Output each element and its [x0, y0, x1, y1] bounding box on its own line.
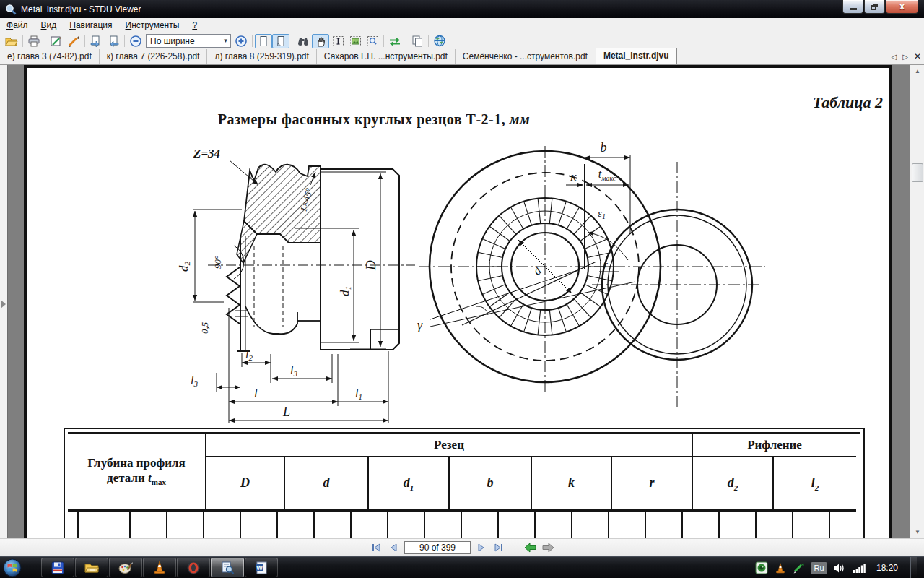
next-page-button[interactable]: [475, 541, 488, 554]
tray-vlc-icon[interactable]: [775, 562, 786, 574]
network-signal-icon[interactable]: [853, 563, 866, 573]
menu-bar: Файл Вид Навигация Инструменты ?: [0, 18, 924, 33]
back-arrow-icon: [524, 543, 537, 553]
tab-scroll-right-icon[interactable]: ▷: [902, 53, 908, 61]
menu-navigation[interactable]: Навигация: [63, 19, 118, 32]
label-d2: d2: [177, 262, 191, 272]
page-number-input[interactable]: [404, 541, 471, 554]
table-col-d: d: [285, 457, 369, 512]
table-col-k: k: [532, 457, 612, 512]
menu-help[interactable]: ?: [186, 19, 204, 32]
restore-button[interactable]: [864, 0, 885, 14]
previous-page-button[interactable]: [387, 541, 400, 554]
minimize-button[interactable]: [842, 0, 863, 14]
label-d: d: [530, 264, 544, 278]
chevron-down-icon[interactable]: ▼: [221, 38, 230, 44]
label-epsilon1: ε1: [598, 207, 606, 220]
windows-start-icon: [3, 558, 22, 577]
taskbar-app-stdu-viewer[interactable]: [211, 558, 244, 577]
layout-single-page-button[interactable]: [255, 34, 272, 48]
export-pen-icon: [67, 35, 80, 47]
zoom-in-button[interactable]: [232, 34, 250, 48]
page-title: Размеры фасонных круглых резцов Т-2-1, м…: [27, 111, 720, 128]
table-group-riflenie: Рифление: [693, 434, 856, 457]
table-group-rezets: Резец: [206, 434, 693, 457]
start-button[interactable]: [0, 557, 25, 578]
clock[interactable]: 18:20: [876, 563, 898, 573]
last-page-button[interactable]: [492, 541, 505, 554]
restore-icon: [871, 5, 876, 10]
close-button[interactable]: x: [886, 0, 918, 14]
copy-button[interactable]: [409, 34, 426, 48]
taskbar-app-vlc[interactable]: [143, 558, 176, 577]
label-teeth-count: Z=34: [193, 147, 220, 160]
scroll-down-icon[interactable]: ▼: [911, 526, 924, 538]
tab-glava3[interactable]: е) глава 3 (74-82).pdf: [0, 49, 99, 64]
tray-pen-icon[interactable]: [793, 562, 805, 574]
document-area: Таблица 2 Размеры фасонных круглых резцо…: [0, 65, 924, 538]
page-back-button[interactable]: [87, 34, 105, 48]
tab-saharov[interactable]: Сахаров Г.Н. ...нструменты.pdf: [316, 49, 455, 64]
taskbar-app-floppy[interactable]: [41, 558, 74, 577]
swap-pages-button[interactable]: [386, 34, 404, 48]
explorer-folder-icon: [84, 561, 99, 574]
taskbar-app-opera[interactable]: [177, 558, 210, 577]
select-text-button[interactable]: [329, 34, 346, 48]
export-pen-button[interactable]: [65, 34, 82, 48]
print-button[interactable]: [25, 34, 43, 48]
close-icon: x: [899, 1, 905, 12]
show-desktop-button[interactable]: [910, 557, 917, 578]
menu-tools[interactable]: Инструменты: [119, 19, 186, 32]
open-button[interactable]: [3, 34, 20, 48]
volume-icon[interactable]: [833, 563, 846, 574]
menu-file[interactable]: Файл: [0, 19, 35, 32]
table-col-r: r: [612, 457, 693, 512]
tab-close-icon[interactable]: ✕: [914, 51, 921, 61]
system-tray: Ru 18:20: [755, 557, 917, 578]
tab-glava8[interactable]: л) глава 8 (259-319).pdf: [206, 49, 315, 64]
zoom-out-button[interactable]: [127, 34, 144, 48]
desktop: Metal_instr.djvu - STDU Viewer x Файл Ви…: [0, 0, 924, 578]
language-indicator[interactable]: Ru: [811, 562, 827, 574]
zoom-in-icon: [235, 35, 248, 48]
label-D: D: [363, 260, 378, 271]
tab-glava7[interactable]: к) глава 7 (226-258).pdf: [99, 49, 207, 64]
title-bar: Metal_instr.djvu - STDU Viewer x: [0, 0, 924, 18]
hand-tool-button[interactable]: [312, 34, 329, 48]
document-page: Таблица 2 Размеры фасонных круглых резцо…: [24, 65, 892, 538]
taskbar-app-paint[interactable]: [109, 558, 142, 577]
tab-semenchenko[interactable]: Семёнченко - ...струментов.pdf: [455, 49, 595, 64]
stdu-viewer-icon: [5, 4, 17, 15]
toolbar: По ширине ▼: [0, 33, 924, 48]
scroll-up-icon[interactable]: ▲: [911, 65, 924, 77]
history-forward-button[interactable]: [541, 541, 554, 554]
toolbar-separator: [383, 35, 384, 47]
floppy-disk-icon: [51, 561, 65, 575]
tab-scroll-left-icon[interactable]: ◁: [892, 53, 897, 61]
export-region-button[interactable]: [48, 34, 65, 48]
layout-continuous-button[interactable]: [272, 34, 289, 48]
select-image-button[interactable]: [346, 34, 364, 48]
sidebar-expand-arrow[interactable]: [1, 300, 6, 309]
vertical-scrollbar[interactable]: ▲ ▼: [910, 65, 924, 538]
web-button[interactable]: [431, 34, 448, 48]
label-d1: d1: [338, 286, 352, 296]
table-corner-header: Глубина профиля детали tmax: [68, 434, 206, 512]
open-folder-icon: [5, 35, 18, 47]
svg-text:W: W: [256, 564, 263, 571]
taskbar-app-explorer[interactable]: [75, 558, 108, 577]
search-button[interactable]: [295, 34, 312, 48]
web-globe-icon: [433, 35, 446, 47]
page-forward-button[interactable]: [105, 34, 122, 48]
tab-metal-instr[interactable]: Metal_instr.djvu: [596, 48, 677, 64]
dimensions-table: Глубина профиля детали tmax Резец Рифлен…: [64, 428, 865, 538]
vlc-cone-icon: [152, 561, 167, 574]
select-zoom-button[interactable]: [364, 34, 381, 48]
scrollbar-thumb[interactable]: [912, 163, 923, 182]
tray-webcam-icon[interactable]: [755, 561, 768, 574]
history-back-button[interactable]: [524, 541, 537, 554]
menu-view[interactable]: Вид: [35, 19, 64, 32]
taskbar-app-word[interactable]: W: [245, 558, 278, 577]
first-page-button[interactable]: [370, 541, 383, 554]
zoom-mode-combobox[interactable]: По ширине ▼: [146, 34, 231, 48]
